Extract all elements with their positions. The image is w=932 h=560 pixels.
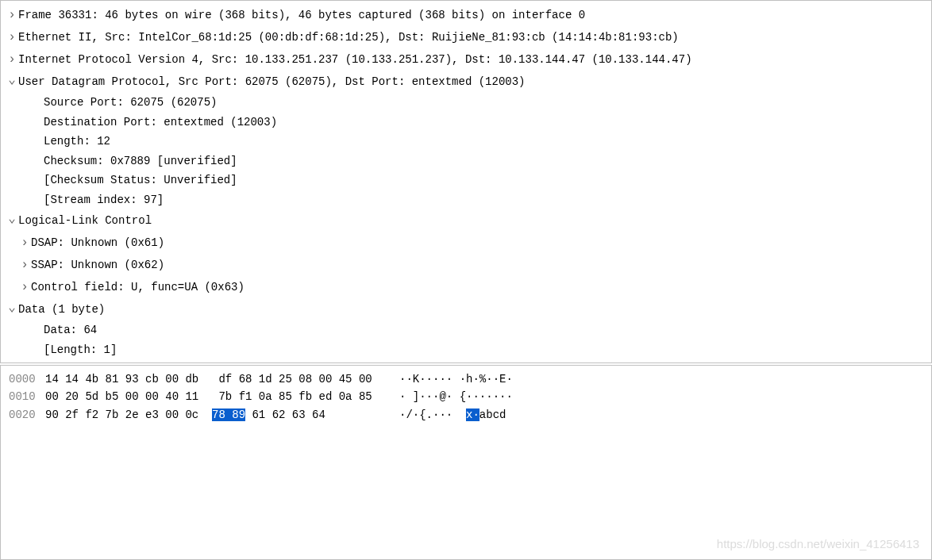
hex-ascii: ·/·{.··· x·abcd xyxy=(387,406,506,424)
chevron-right-icon[interactable] xyxy=(6,4,18,26)
tree-label: Data: 64 xyxy=(44,320,97,340)
hex-bytes: 00 20 5d b5 00 00 40 11 7b f1 0a 85 fb e… xyxy=(45,388,387,405)
tree-item-llc-ssap[interactable]: SSAP: Unknown (0x62) xyxy=(1,254,931,276)
tree-item-llc-dsap[interactable]: DSAP: Unknown (0x61) xyxy=(1,232,931,254)
tree-label: Checksum: 0x7889 [unverified] xyxy=(44,152,237,171)
chevron-right-icon[interactable] xyxy=(18,232,31,254)
tree-item-udp-length[interactable]: Length: 12 xyxy=(1,132,931,152)
tree-item-udp-checksum-status[interactable]: [Checksum Status: Unverified] xyxy=(1,171,931,190)
chevron-right-icon[interactable] xyxy=(6,26,18,48)
hex-offset: 0000 xyxy=(1,370,45,388)
tree-label: Control field: U, func=UA (0x63) xyxy=(31,278,245,297)
hex-bytes: 90 2f f2 7b 2e e3 00 0c 78 89 61 62 63 6… xyxy=(45,406,387,424)
tree-item-data-length[interactable]: [Length: 1] xyxy=(1,340,931,360)
hex-ascii: · ]···@· {······· xyxy=(387,388,513,405)
hex-row[interactable]: 0010 00 20 5d b5 00 00 40 11 7b f1 0a 85… xyxy=(1,388,931,405)
packet-details-pane[interactable]: Frame 36331: 46 bytes on wire (368 bits)… xyxy=(0,0,932,363)
tree-label: Frame 36331: 46 bytes on wire (368 bits)… xyxy=(18,6,585,25)
tree-label: Data (1 byte) xyxy=(18,300,105,320)
ascii-highlight: x· xyxy=(466,408,479,421)
tree-item-ethernet[interactable]: Ethernet II, Src: IntelCor_68:1d:25 (00:… xyxy=(1,26,931,48)
chevron-right-icon[interactable] xyxy=(18,276,31,298)
hex-offset: 0020 xyxy=(1,406,45,424)
tree-label: [Length: 1] xyxy=(44,340,117,360)
tree-item-data[interactable]: Data (1 byte) xyxy=(1,298,931,320)
tree-item-udp-checksum[interactable]: Checksum: 0x7889 [unverified] xyxy=(1,152,931,171)
hex-highlight: 78 89 xyxy=(212,408,245,421)
tree-item-ip[interactable]: Internet Protocol Version 4, Src: 10.133… xyxy=(1,48,931,71)
hex-bytes: 14 14 4b 81 93 cb 00 db df 68 1d 25 08 0… xyxy=(45,370,387,388)
tree-label: SSAP: Unknown (0x62) xyxy=(31,255,164,275)
tree-item-data-value[interactable]: Data: 64 xyxy=(1,320,931,340)
chevron-right-icon[interactable] xyxy=(18,254,31,276)
tree-label: DSAP: Unknown (0x61) xyxy=(31,233,164,253)
tree-item-llc-control[interactable]: Control field: U, func=UA (0x63) xyxy=(1,276,931,298)
hex-dump-pane[interactable]: 0000 14 14 4b 81 93 cb 00 db df 68 1d 25… xyxy=(0,365,932,560)
chevron-down-icon[interactable] xyxy=(6,209,18,232)
tree-label: Logical-Link Control xyxy=(18,211,152,231)
chevron-down-icon[interactable] xyxy=(6,71,18,93)
hex-offset: 0010 xyxy=(1,388,45,405)
chevron-right-icon[interactable] xyxy=(6,48,18,71)
tree-item-llc[interactable]: Logical-Link Control xyxy=(1,209,931,232)
tree-label: Length: 12 xyxy=(44,132,110,152)
tree-item-udp[interactable]: User Datagram Protocol, Src Port: 62075 … xyxy=(1,71,931,93)
tree-item-udp-stream[interactable]: [Stream index: 97] xyxy=(1,190,931,210)
tree-label: [Stream index: 97] xyxy=(44,190,164,210)
chevron-down-icon[interactable] xyxy=(6,298,18,320)
tree-label: [Checksum Status: Unverified] xyxy=(44,171,237,190)
tree-label: User Datagram Protocol, Src Port: 62075 … xyxy=(18,72,526,92)
hex-row[interactable]: 0020 90 2f f2 7b 2e e3 00 0c 78 89 61 62… xyxy=(1,406,931,424)
tree-item-udp-srcport[interactable]: Source Port: 62075 (62075) xyxy=(1,93,931,113)
tree-label: Internet Protocol Version 4, Src: 10.133… xyxy=(18,50,692,70)
tree-item-frame[interactable]: Frame 36331: 46 bytes on wire (368 bits)… xyxy=(1,4,931,26)
hex-ascii: ··K····· ·h·%··E· xyxy=(387,370,513,388)
tree-label: Source Port: 62075 (62075) xyxy=(44,93,217,113)
hex-row[interactable]: 0000 14 14 4b 81 93 cb 00 db df 68 1d 25… xyxy=(1,370,931,388)
tree-item-udp-dstport[interactable]: Destination Port: entextmed (12003) xyxy=(1,113,931,132)
tree-label: Destination Port: entextmed (12003) xyxy=(44,113,277,132)
tree-label: Ethernet II, Src: IntelCor_68:1d:25 (00:… xyxy=(18,28,679,48)
